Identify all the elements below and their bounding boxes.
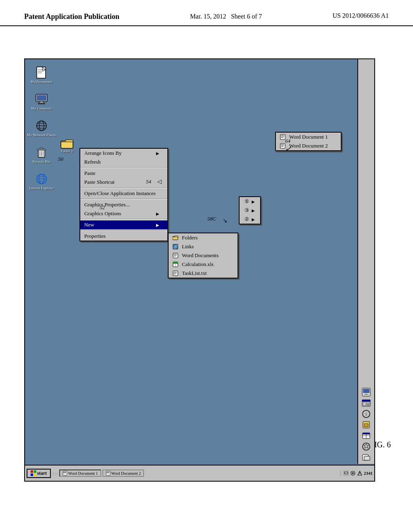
tray-right-7 — [362, 453, 371, 462]
svg-rect-39 — [174, 273, 177, 273]
submenu-word-docs[interactable]: Word Documents — [169, 251, 238, 260]
svg-rect-84 — [364, 456, 370, 460]
menu-sep-5 — [80, 230, 167, 231]
svg-rect-68 — [364, 394, 369, 395]
internet-explorer-icon[interactable]: Internet Explorer — [27, 172, 56, 190]
svg-rect-70 — [362, 400, 370, 402]
my-documents-icon[interactable]: MyDocuments — [27, 65, 56, 84]
taskbar-word1[interactable]: Word Document 1 — [59, 470, 101, 477]
start-label: start — [37, 470, 47, 476]
desktop-screenshot: MyDocuments My Computer — [24, 58, 375, 482]
submenu-new: Folders 🔗 Links Word Documents Calculati… — [168, 233, 238, 278]
svg-rect-42 — [281, 135, 284, 136]
menu-graphics-props[interactable]: Graphics Properties... — [80, 200, 167, 209]
menu-sep-3 — [80, 199, 167, 200]
menu-sep-4 — [80, 219, 167, 220]
svg-point-62 — [352, 472, 354, 474]
folder-1-icon[interactable]: Folder 1 — [60, 138, 73, 153]
svg-rect-7 — [40, 102, 44, 103]
instance-5[interactable]: ⑤ ▶ — [240, 197, 260, 206]
svg-rect-30 — [174, 254, 177, 254]
submenu-calculation[interactable]: Calculation.xls — [169, 260, 238, 269]
menu-properties[interactable]: Properties — [80, 232, 167, 241]
svg-rect-44 — [281, 137, 284, 138]
svg-rect-6 — [37, 95, 46, 101]
submenu-tasklist[interactable]: TaskList.txt — [169, 269, 238, 278]
submenu-instances: ⑤ ▶ ③ ▶ ② ▶ — [239, 196, 261, 224]
date-sheet: Mar. 15, 2012 Sheet 6 of 7 — [190, 13, 262, 20]
taskbar-windows: Word Document 1 Word Document 2 — [59, 470, 339, 477]
svg-rect-73 — [367, 405, 369, 405]
svg-rect-8 — [38, 103, 45, 104]
header-center: Mar. 15, 2012 Sheet 6 of 7 — [190, 12, 262, 21]
internet-explorer-img — [34, 172, 49, 186]
tray-right-2 — [362, 399, 371, 407]
menu-open-close[interactable]: Open/Close Application Instances — [80, 189, 167, 198]
svg-text:🔗: 🔗 — [173, 244, 178, 249]
menu-refresh[interactable]: Refresh — [80, 158, 167, 166]
menu-new[interactable]: New ▶ — [80, 220, 167, 229]
svg-rect-79 — [363, 433, 370, 434]
svg-rect-49 — [31, 470, 33, 473]
svg-rect-67 — [365, 393, 367, 394]
menu-paste-shortcut[interactable]: Paste Shortcut — [80, 178, 167, 187]
svg-rect-72 — [367, 403, 369, 404]
main-content: 63 ↘ 60C ↘ MyDocuments — [0, 26, 413, 514]
my-network-icon[interactable]: My Network Places — [27, 118, 56, 137]
submenu-links[interactable]: 🔗 Links — [169, 242, 238, 251]
menu-graphics-options[interactable]: Graphics Options ▶ — [80, 209, 167, 218]
label-58c: 58C — [207, 216, 216, 222]
menu-sep-2 — [80, 187, 167, 188]
my-documents-img — [34, 65, 49, 80]
label-58c-arrow: ↘ — [223, 217, 227, 224]
label-54-arrow: ◁ — [157, 178, 162, 185]
word1-label: Word Document 1 — [68, 471, 98, 476]
svg-rect-46 — [281, 144, 284, 145]
taskbar: start ⋮⋮⋮ Word Document 1 Word Document … — [25, 465, 374, 481]
svg-rect-25 — [61, 141, 73, 148]
submenu-folders[interactable]: Folders — [169, 233, 238, 242]
word2-label: Word Document 2 — [111, 471, 141, 476]
publication-title: Patent Application Publication — [24, 12, 119, 21]
svg-rect-52 — [34, 474, 36, 476]
svg-rect-71 — [363, 403, 366, 405]
start-button[interactable]: start — [27, 469, 51, 478]
label-50: 50 — [58, 156, 63, 162]
svg-rect-40 — [174, 274, 176, 274]
menu-arrange-icons[interactable]: Arrange Icons By ▶ — [80, 149, 167, 158]
svg-rect-77 — [364, 424, 368, 427]
svg-rect-3 — [38, 73, 42, 73]
tray-right-1 — [362, 388, 371, 397]
svg-rect-29 — [173, 253, 178, 258]
menu-paste[interactable]: Paste — [80, 169, 167, 178]
instance-3[interactable]: ③ ▶ — [240, 206, 260, 215]
right-tray: i — [357, 59, 374, 464]
tray-right-4 — [362, 420, 371, 429]
instance-2[interactable]: ② ▶ — [240, 215, 260, 224]
svg-rect-50 — [34, 470, 36, 473]
svg-rect-31 — [174, 255, 177, 256]
my-computer-img — [34, 92, 49, 106]
tray-icon-2 — [350, 470, 356, 476]
patent-number: US 2012/0066636 A1 — [332, 12, 389, 19]
svg-rect-43 — [281, 137, 284, 137]
recycle-bin-icon[interactable]: Recycle Bin — [27, 145, 56, 164]
context-menu: Arrange Icons By ▶ Refresh Paste Paste S… — [79, 148, 168, 241]
svg-rect-54 — [63, 472, 66, 472]
recycle-bin-img — [34, 145, 49, 160]
clock-display: 2341 — [364, 471, 373, 476]
tray-icon-1 — [343, 470, 349, 476]
svg-rect-58 — [106, 473, 109, 473]
svg-rect-32 — [174, 256, 176, 256]
my-network-img — [34, 118, 49, 133]
my-computer-icon[interactable]: My Computer — [27, 92, 56, 110]
tray-icon-3 — [357, 470, 363, 476]
svg-rect-48 — [281, 146, 284, 147]
header-right: US 2012/0066636 A1 — [332, 12, 389, 19]
svg-rect-41 — [280, 135, 285, 139]
taskbar-word2[interactable]: Word Document 2 — [102, 470, 144, 477]
svg-rect-16 — [40, 148, 43, 149]
svg-rect-57 — [106, 472, 109, 472]
svg-rect-66 — [363, 389, 369, 393]
menu-sep-1 — [80, 167, 167, 168]
